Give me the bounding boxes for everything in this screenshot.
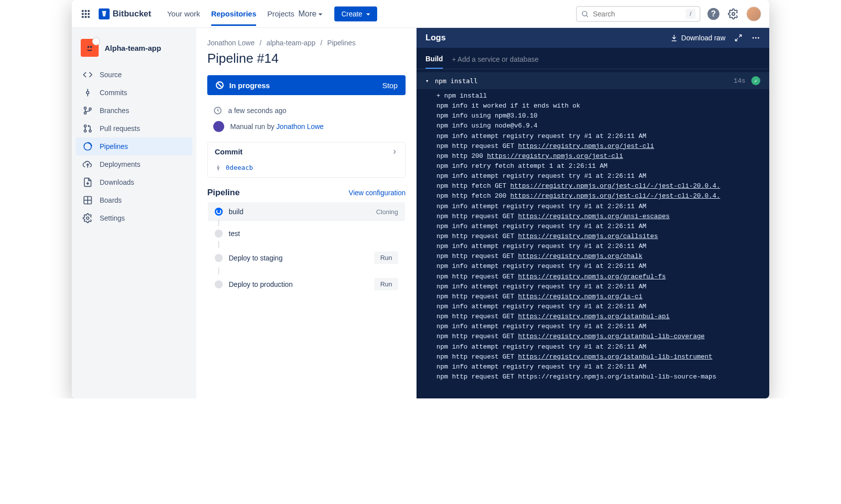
svg-point-8 bbox=[84, 107, 86, 109]
sidebar-item-branches[interactable]: Branches bbox=[76, 102, 192, 120]
svg-point-4 bbox=[90, 46, 92, 48]
log-url-link[interactable]: https://registry.npmjs.org/jest-cli/-/je… bbox=[510, 192, 720, 200]
log-line: npm http request GET https://registry.np… bbox=[436, 312, 769, 322]
log-line: npm http request GET https://registry.np… bbox=[436, 372, 769, 382]
logs-panel: Logs Download raw Build + Add a ser bbox=[417, 28, 769, 398]
run-by-prefix: Manual run by bbox=[230, 123, 277, 130]
pipeline-steps-list: buildCloningtestDeploy to stagingRunDepl… bbox=[207, 202, 406, 296]
expand-logs-button[interactable] bbox=[734, 34, 742, 42]
log-url-link[interactable]: https://registry.npmjs.org/jest-cli bbox=[518, 142, 654, 150]
gear-icon bbox=[83, 213, 93, 223]
nav-tab-projects[interactable]: Projects bbox=[267, 1, 294, 26]
svg-point-20 bbox=[87, 217, 89, 220]
download-icon bbox=[670, 34, 678, 42]
repo-name: Alpha-team-app bbox=[105, 44, 161, 52]
log-url-link[interactable]: https://registry.npmjs.org/jest-cli/-/je… bbox=[510, 182, 720, 190]
logs-header: Logs Download raw bbox=[417, 28, 769, 48]
log-line: npm info attempt registry request try #1… bbox=[436, 362, 769, 372]
commit-section-toggle[interactable]: Commit bbox=[208, 142, 405, 161]
log-line: npm http request GET https://registry.np… bbox=[436, 141, 769, 151]
log-line: npm http request GET https://registry.np… bbox=[436, 212, 769, 222]
nav-tab-your-work[interactable]: Your work bbox=[167, 1, 200, 26]
log-line: npm info retry fetch attempt 1 at 2:26:1… bbox=[436, 161, 769, 171]
logs-tab-build[interactable]: Build bbox=[425, 52, 443, 69]
download-page-icon bbox=[83, 177, 93, 187]
pipeline-step[interactable]: Deploy to productionRun bbox=[208, 272, 405, 296]
sidebar-item-label: Settings bbox=[100, 214, 125, 222]
nav-more[interactable]: More bbox=[298, 9, 322, 18]
search-input[interactable] bbox=[593, 10, 682, 18]
nav-more-label: More bbox=[298, 9, 316, 18]
log-url-link[interactable]: https://registry.npmjs.org/ansi-escapes bbox=[518, 213, 670, 220]
run-by-user-link[interactable]: Jonathon Lowe bbox=[277, 123, 324, 130]
svg-point-9 bbox=[84, 112, 86, 114]
log-url-link[interactable]: https://registry.npmjs.org/jest-cli bbox=[487, 152, 623, 160]
sidebar-item-pipelines[interactable]: Pipelines bbox=[76, 137, 192, 155]
settings-button[interactable] bbox=[726, 7, 740, 21]
run-step-button[interactable]: Run bbox=[374, 278, 398, 290]
sidebar-item-boards[interactable]: Boards bbox=[76, 191, 192, 209]
global-search[interactable]: / bbox=[576, 6, 701, 22]
log-line: npm http 200 https://registry.npmjs.org/… bbox=[436, 151, 769, 161]
log-url-link[interactable]: https://registry.npmjs.org/graceful-fs bbox=[518, 273, 666, 280]
log-url-link[interactable]: https://registry.npmjs.org/callsites bbox=[518, 233, 658, 240]
step-state-icon bbox=[215, 208, 223, 216]
step-state-icon bbox=[215, 254, 223, 262]
help-button[interactable]: ? bbox=[706, 7, 720, 21]
log-line: + npm install bbox=[436, 91, 769, 101]
repo-header[interactable]: Alpha-team-app bbox=[76, 36, 192, 65]
nav-tab-repositories[interactable]: Repositories bbox=[211, 1, 257, 26]
logs-tab-add-service[interactable]: + Add a service or database bbox=[452, 52, 539, 68]
pipeline-step[interactable]: Deploy to stagingRun bbox=[208, 246, 405, 269]
sidebar-item-settings[interactable]: Settings bbox=[76, 209, 192, 227]
breadcrumb-item[interactable]: alpha-team-app bbox=[267, 39, 315, 47]
pipeline-time-ago: a few seconds ago bbox=[228, 107, 286, 115]
log-line: npm http fetch GET https://registry.npmj… bbox=[436, 181, 769, 191]
view-configuration-link[interactable]: View configuration bbox=[349, 189, 406, 197]
sidebar-item-commits[interactable]: Commits bbox=[76, 84, 192, 102]
sidebar-item-deployments[interactable]: Deployments bbox=[76, 155, 192, 173]
commit-hash-link[interactable]: 0deeacb bbox=[226, 164, 253, 171]
svg-point-30 bbox=[755, 37, 757, 39]
step-state-icon bbox=[215, 230, 223, 238]
svg-line-22 bbox=[218, 83, 222, 87]
sidebar-item-label: Pull requests bbox=[100, 125, 140, 132]
download-raw-button[interactable]: Download raw bbox=[670, 34, 725, 42]
log-step-toggle[interactable]: ▾ npm install 14s ✓ bbox=[417, 72, 769, 89]
log-line: npm http request GET https://registry.np… bbox=[436, 352, 769, 362]
topbar: Bitbucket Your workRepositoriesProjects … bbox=[72, 0, 769, 28]
pipeline-step[interactable]: buildCloning bbox=[208, 202, 405, 221]
log-line: npm http request GET https://registry.np… bbox=[436, 232, 769, 242]
sidebar-item-pull-requests[interactable]: Pull requests bbox=[76, 120, 192, 137]
svg-point-31 bbox=[758, 37, 759, 39]
stop-pipeline-button[interactable]: Stop bbox=[382, 81, 398, 90]
product-logo[interactable]: Bitbucket bbox=[99, 8, 151, 19]
log-url-link[interactable]: https://registry.npmjs.org/istanbul-lib-… bbox=[518, 353, 712, 361]
log-url-link[interactable]: https://registry.npmjs.org/chalk bbox=[518, 252, 643, 260]
more-icon bbox=[751, 33, 760, 42]
run-step-button[interactable]: Run bbox=[374, 252, 398, 264]
log-line: npm http request GET https://registry.np… bbox=[436, 292, 769, 302]
sidebar-item-label: Downloads bbox=[100, 178, 134, 186]
sidebar-item-downloads[interactable]: Downloads bbox=[76, 173, 192, 191]
pipeline-step[interactable]: test bbox=[208, 224, 405, 243]
log-url-link[interactable]: https://registry.npmjs.org/istanbul-lib-… bbox=[518, 333, 704, 340]
sidebar-item-label: Deployments bbox=[100, 160, 140, 168]
log-url-link[interactable]: https://registry.npmjs.org/is-ci bbox=[518, 293, 643, 300]
log-line: npm info attempt registry request try #1… bbox=[436, 261, 769, 271]
breadcrumb-item[interactable]: Pipelines bbox=[327, 39, 356, 47]
breadcrumb-item[interactable]: Jonathon Lowe bbox=[207, 39, 255, 47]
create-button[interactable]: Create bbox=[334, 6, 377, 21]
svg-line-27 bbox=[739, 35, 741, 37]
sidebar-item-label: Branches bbox=[100, 107, 129, 115]
log-line: npm info attempt registry request try #1… bbox=[436, 202, 769, 212]
log-line: npm info attempt registry request try #1… bbox=[436, 282, 769, 292]
log-url-link[interactable]: https://registry.npmjs.org/istanbul-api bbox=[518, 313, 670, 320]
user-avatar[interactable] bbox=[746, 6, 761, 21]
app-switcher-icon[interactable] bbox=[80, 8, 92, 20]
branch-icon bbox=[83, 106, 93, 116]
sidebar-item-source[interactable]: Source bbox=[76, 66, 192, 84]
svg-point-12 bbox=[84, 130, 86, 132]
logs-more-button[interactable] bbox=[751, 33, 760, 42]
sidebar-item-label: Commits bbox=[100, 89, 127, 97]
